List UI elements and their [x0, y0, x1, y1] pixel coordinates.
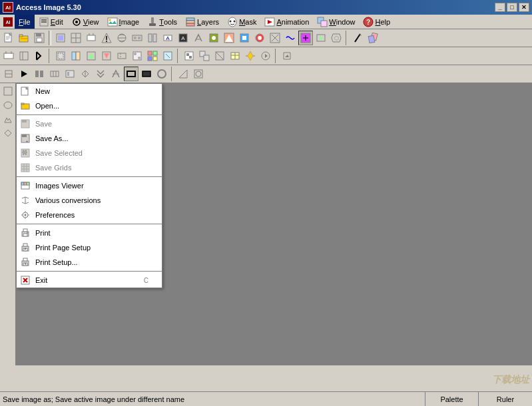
tb-btn-2[interactable]	[53, 31, 68, 45]
svg-point-98	[138, 57, 140, 59]
tb-new-btn[interactable]	[1, 31, 16, 45]
tb3-btn-8[interactable]	[139, 67, 154, 81]
tb-btn-5[interactable]	[99, 31, 114, 45]
tb3-sep-1	[171, 67, 174, 81]
tb-btn-8[interactable]	[145, 31, 160, 45]
tb-btn-4[interactable]	[84, 31, 99, 45]
tb2-btn-10[interactable]	[145, 49, 160, 63]
tb-btn-16[interactable]	[268, 31, 282, 45]
status-palette[interactable]: Palette	[425, 392, 479, 406]
tb2-btn-9[interactable]	[130, 49, 144, 63]
tb-btn-9[interactable]: A	[160, 31, 175, 45]
tb2-btn-12[interactable]	[182, 49, 196, 63]
tb3-btn-5[interactable]	[78, 67, 93, 81]
menu-item-save-as[interactable]: + Save As...	[17, 131, 162, 146]
svg-text:+: +	[26, 139, 28, 143]
tb2-btn-16[interactable]	[243, 49, 258, 63]
tb3-btn-9[interactable]	[154, 67, 169, 81]
tb3-rect-btn[interactable]	[124, 67, 138, 81]
watermark: 下载地址	[492, 374, 529, 386]
tb2-btn-3[interactable]	[32, 49, 47, 63]
minimize-button[interactable]: _	[495, 3, 505, 12]
menu-item-print-page-setup[interactable]: P Print Page Setup	[17, 240, 162, 255]
ltb-btn-2[interactable]	[1, 99, 15, 112]
tb-btn-14[interactable]	[237, 31, 252, 45]
tb2-btn-4[interactable]	[53, 49, 68, 63]
tb-btn-18[interactable]	[298, 31, 313, 45]
tb2-btn-15[interactable]	[228, 49, 242, 63]
tb3-btn-10[interactable]	[176, 67, 190, 81]
tb-btn-20[interactable]: ⬡	[329, 31, 344, 45]
tb-btn-15[interactable]	[252, 31, 267, 45]
menu-mask[interactable]: Mask	[223, 15, 260, 29]
tb-btn-12[interactable]	[206, 31, 221, 45]
menu-tools[interactable]: Tools	[143, 15, 181, 29]
save-selected-icon	[19, 147, 31, 159]
tb2-btn-14[interactable]	[212, 49, 227, 63]
ltb-btn-4[interactable]	[1, 126, 15, 140]
tb-pencil-btn[interactable]	[350, 31, 365, 45]
print-setup-icon: S	[19, 256, 31, 268]
tb2-btn-1[interactable]	[1, 49, 16, 63]
tb3-btn-7[interactable]	[109, 67, 123, 81]
tb2-btn-6[interactable]	[84, 49, 99, 63]
ltb-btn-3[interactable]	[1, 112, 15, 126]
menu-item-conversions[interactable]: Various conversions	[17, 193, 162, 208]
menu-item-preferences[interactable]: Preferences	[17, 208, 162, 222]
tb3-btn-11[interactable]	[191, 67, 206, 81]
tb-btn-11[interactable]	[191, 31, 206, 45]
tb3-btn-2[interactable]	[32, 67, 47, 81]
toolbar-area-3	[0, 65, 532, 83]
menu-help[interactable]: ? Help	[359, 15, 394, 29]
tb-open-btn[interactable]	[17, 31, 31, 45]
tb-btn-6[interactable]	[115, 31, 129, 45]
tb2-btn-13[interactable]	[197, 49, 212, 63]
menu-file[interactable]: File	[15, 15, 35, 29]
menu-edit[interactable]: Edit	[35, 15, 67, 29]
tb3-btn-3[interactable]	[47, 67, 62, 81]
menu-item-save[interactable]: Save	[17, 116, 162, 131]
menu-item-print[interactable]: Print	[17, 226, 162, 240]
menu-item-print-setup[interactable]: S Print Setup...	[17, 255, 162, 270]
tb3-btn-4[interactable]	[63, 67, 77, 81]
tb2-btn-8[interactable]	[115, 49, 129, 63]
menu-image[interactable]: Image	[103, 15, 144, 29]
menu-animation[interactable]: Animation	[260, 15, 313, 29]
tb2-btn-7[interactable]	[99, 49, 114, 63]
menu-item-save-grids[interactable]: Save Grids	[17, 160, 162, 175]
svg-rect-79	[368, 35, 375, 43]
tb3-btn-1[interactable]	[1, 67, 16, 81]
status-ruler[interactable]: Ruler	[479, 392, 532, 406]
tb-btn-19[interactable]	[314, 31, 328, 45]
tb2-btn-2[interactable]	[17, 49, 31, 63]
maximize-button[interactable]: □	[507, 3, 517, 12]
tb2-arrow-btn[interactable]	[280, 49, 294, 63]
tb-btn-7[interactable]	[130, 31, 144, 45]
animation-menu-icon	[264, 17, 275, 27]
menu-window[interactable]: Window	[313, 15, 359, 29]
tb3-btn-6[interactable]	[93, 67, 108, 81]
tb2-btn-5[interactable]	[69, 49, 83, 63]
tb2-btn-11[interactable]	[160, 49, 175, 63]
menu-item-exit[interactable]: Exit C	[17, 273, 162, 288]
svg-rect-64	[242, 36, 246, 40]
tb-btn-21[interactable]	[366, 31, 380, 45]
menu-save-label: Save	[35, 120, 52, 128]
tb-btn-17[interactable]	[283, 31, 298, 45]
menu-item-open[interactable]: Open...	[17, 99, 162, 113]
ltb-btn-1[interactable]	[1, 85, 15, 98]
tb-btn-3[interactable]	[69, 31, 83, 45]
menu-view[interactable]: View	[67, 15, 103, 29]
menu-layers[interactable]: Layers	[181, 15, 223, 29]
tb3-play-btn[interactable]	[17, 67, 31, 81]
tb-btn-13[interactable]	[222, 31, 236, 45]
tb2-btn-17[interactable]	[258, 49, 273, 63]
tb-save-btn[interactable]	[32, 31, 47, 45]
menu-item-save-selected[interactable]: Save Selected	[17, 146, 162, 160]
close-button[interactable]: ✕	[519, 3, 529, 12]
tb-btn-10[interactable]: A	[176, 31, 190, 45]
menu-item-images-viewer[interactable]: Images Viewer	[17, 178, 162, 193]
menu-item-new[interactable]: New	[17, 84, 162, 99]
layers-menu-icon	[185, 17, 196, 27]
save-grids-icon	[19, 162, 31, 174]
